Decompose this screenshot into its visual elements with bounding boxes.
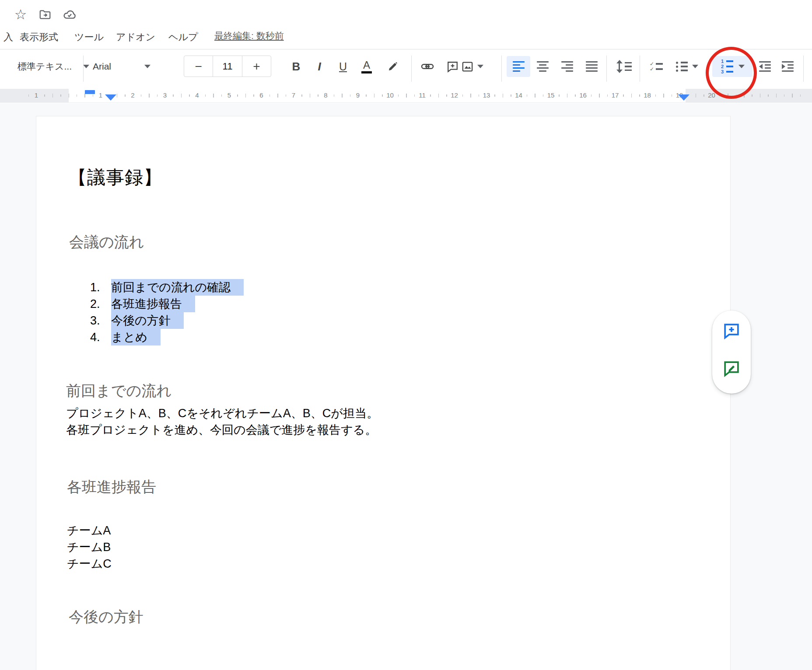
ruler-tick	[760, 94, 761, 98]
ruler-number: 10	[386, 91, 394, 99]
list-item: 1. 前回までの流れの確認	[90, 279, 244, 296]
ruler-tick	[696, 94, 696, 98]
add-comment-float-button[interactable]	[722, 322, 741, 340]
ruler-tick	[350, 94, 351, 97]
ruler: 1 1234567891011121314151617181920	[0, 89, 812, 103]
heading-agenda: 会議の流れ	[69, 232, 144, 252]
ruler-tick	[559, 94, 560, 97]
toolbar-separator	[83, 56, 84, 82]
paragraph-line: 各班プロジェクトを進め、今回の会議で進捗を報告する。	[66, 422, 378, 438]
paragraph-line: プロジェクトA、B、CをそれぞれチームA、B、Cが担当。	[66, 405, 378, 422]
menu-insert-partial[interactable]: 入	[4, 31, 13, 44]
increase-font-size-button[interactable]: +	[242, 56, 271, 77]
align-left-button[interactable]	[507, 56, 530, 77]
suggest-edits-button[interactable]	[722, 359, 741, 378]
insert-image-button[interactable]	[458, 56, 486, 77]
ruler-tick	[301, 94, 302, 97]
insert-image-icon	[461, 60, 474, 73]
checklist-button[interactable]: ✓ ✓	[647, 56, 666, 77]
first-line-indent-marker[interactable]	[85, 90, 95, 94]
ruler-right-margin	[686, 89, 812, 102]
ruler-tick	[205, 94, 206, 97]
ruler-tick	[366, 94, 367, 97]
move-folder-icon[interactable]	[38, 7, 52, 22]
ruler-tick	[720, 94, 721, 97]
list-number: 3.	[90, 312, 111, 329]
document-page[interactable]: 【議事録】 会議の流れ 1. 前回までの流れの確認 2. 各班進捗報告 3. 今…	[36, 116, 731, 670]
ruler-tick	[639, 94, 640, 97]
font-size-value[interactable]: 11	[213, 56, 242, 77]
ruler-tick	[406, 94, 407, 98]
ruler-tick	[342, 94, 343, 98]
italic-button[interactable]: I	[310, 56, 329, 77]
ruler-tick	[414, 94, 415, 97]
menu-format[interactable]: 表示形式	[20, 31, 58, 44]
highlight-color-button[interactable]	[383, 56, 402, 77]
chevron-down-icon	[144, 65, 150, 68]
menu-tools[interactable]: ツール	[74, 31, 104, 44]
ruler-tick	[575, 94, 576, 97]
paragraph-style-selector[interactable]: 標準テキス...	[18, 56, 89, 77]
ruler-tick	[44, 94, 45, 97]
last-edited-link[interactable]: 最終編集: 数秒前	[214, 30, 284, 42]
menu-addons[interactable]: アドオン	[116, 31, 155, 44]
underline-button[interactable]: U	[333, 56, 353, 77]
ruler-tick	[527, 94, 528, 97]
list-item: 2. 各班進捗報告	[90, 296, 244, 312]
doc-title: 【議事録】	[68, 165, 162, 190]
ruler-number: 8	[324, 91, 327, 99]
left-indent-marker[interactable]	[105, 94, 116, 101]
toolbar: 標準テキス... Arial − 11 + B I U A	[0, 49, 812, 88]
justify-icon	[586, 61, 598, 72]
ruler-number: 17	[612, 91, 619, 99]
right-indent-marker[interactable]	[678, 94, 690, 101]
numbered-list-button[interactable]: 1 2 3	[712, 56, 752, 77]
insert-link-button[interactable]	[418, 56, 437, 77]
bullet-list-button[interactable]	[672, 56, 701, 77]
ruler-number: 20	[708, 91, 715, 99]
align-center-button[interactable]	[533, 56, 552, 77]
font-selector[interactable]: Arial	[93, 56, 150, 77]
ruler-tick	[60, 94, 61, 97]
increase-indent-button[interactable]	[778, 56, 797, 77]
decrease-indent-button[interactable]	[755, 56, 774, 77]
line-spacing-button[interactable]	[614, 56, 634, 77]
google-docs-window: { "header": { "icons": ["star-icon", "mo…	[0, 0, 812, 670]
list-number: 4.	[90, 329, 111, 345]
text-color-button[interactable]: A	[357, 56, 376, 77]
selected-text: 今後の方針	[111, 312, 184, 329]
ruler-tick	[117, 94, 118, 98]
heading-policy: 今後の方針	[69, 607, 144, 627]
add-comment-icon	[446, 60, 459, 73]
justify-button[interactable]	[582, 56, 601, 77]
ruler-tick	[430, 94, 431, 97]
ruler-number: 1	[99, 91, 102, 99]
cloud-saved-icon[interactable]	[62, 7, 77, 22]
chevron-down-icon	[692, 65, 698, 68]
ruler-number: 13	[483, 91, 490, 99]
bold-button[interactable]: B	[287, 56, 306, 77]
link-icon	[421, 60, 434, 73]
toolbar-separator	[640, 56, 640, 82]
ruler-tick	[382, 94, 383, 97]
selected-text: 前回までの流れの確認	[111, 279, 244, 296]
align-right-button[interactable]	[557, 56, 577, 77]
ruler-tick	[277, 94, 278, 98]
ruler-tick	[286, 94, 287, 97]
ruler-tick	[479, 94, 480, 97]
ruler-number: 2	[131, 91, 134, 99]
font-value: Arial	[93, 61, 144, 72]
ruler-tick	[374, 94, 375, 98]
ruler-tick	[398, 94, 399, 97]
ruler-number: 5	[228, 91, 231, 99]
menu-help[interactable]: ヘルプ	[168, 31, 198, 44]
decrease-font-size-button[interactable]: −	[184, 56, 213, 77]
ruler-tick	[567, 94, 568, 98]
ruler-tick	[776, 94, 777, 98]
ruler-number: 12	[451, 91, 458, 99]
line-spacing-icon	[616, 60, 632, 73]
ruler-tick	[438, 94, 439, 98]
ruler-tick	[253, 94, 254, 97]
star-icon[interactable]: ☆	[13, 7, 28, 22]
ruler-tick	[800, 94, 801, 97]
